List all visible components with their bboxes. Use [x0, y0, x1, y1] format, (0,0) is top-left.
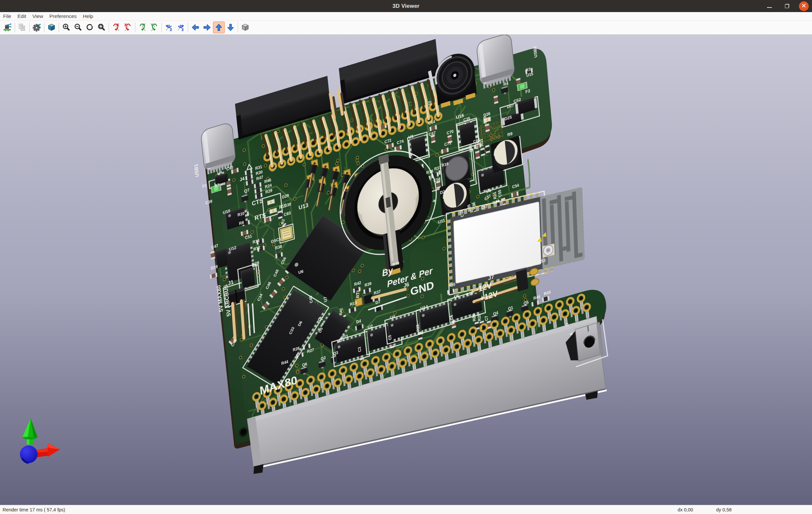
smd-capacitor — [227, 187, 232, 196]
rotate-z-counterclockwise-button[interactable]: Z — [175, 22, 186, 33]
rotate-y-ccw-icon: Y — [150, 23, 158, 32]
rotate-x-cw-icon: X — [112, 23, 120, 32]
gray-cube-icon — [241, 23, 250, 32]
rotate-x-clockwise-button[interactable]: X — [110, 22, 122, 33]
smd-resistor — [278, 211, 282, 219]
zoom-fit-icon — [97, 23, 106, 32]
status-dx: dx 0,00 — [678, 507, 693, 512]
arrow-down-icon — [226, 23, 235, 32]
silk-label: R28 — [471, 313, 477, 322]
zoom-fit-button[interactable] — [95, 22, 107, 33]
silk-label: R35 — [467, 204, 472, 212]
board-3d-render: MAX80ByPeter & PerJ6GNDJ7-12V+12V5V MAX8… — [0, 35, 812, 505]
menu-edit[interactable]: Edit — [14, 12, 29, 20]
silk-label: BT1 — [355, 290, 360, 299]
toolbar-separator — [188, 23, 188, 32]
redraw-icon — [85, 23, 94, 32]
smd-capacitor — [475, 151, 480, 159]
render-time-text: Render time 17 ms ( 57,4 fps) — [3, 507, 65, 512]
zoom-in-icon — [62, 23, 70, 32]
titlebar[interactable]: 3D Viewer ✕ — [0, 0, 812, 12]
smd-capacitor — [493, 95, 498, 104]
axis-z-sphere — [20, 445, 37, 463]
rotate-z-ccw-icon: Z — [176, 23, 185, 32]
statusbar: Render time 17 ms ( 57,4 fps) dx 0,00 dy… — [0, 505, 812, 514]
gear-arrow-icon — [33, 23, 41, 32]
minimize-icon — [767, 7, 772, 8]
toolbar-separator — [238, 23, 238, 32]
toolbar-separator — [59, 23, 59, 32]
copy-image-button[interactable] — [16, 22, 28, 33]
move-right-button[interactable] — [201, 22, 213, 33]
rotate-x-counterclockwise-button[interactable]: X — [122, 22, 134, 33]
menu-file[interactable]: File — [0, 12, 14, 20]
move-left-button[interactable] — [190, 22, 201, 33]
smd-resistor — [480, 147, 485, 156]
close-icon: ✕ — [801, 3, 807, 9]
silk-label: R36 — [471, 201, 477, 210]
silk-label: C55 — [497, 189, 502, 197]
rotate-z-cw-icon: Z — [165, 23, 173, 32]
silk-label: C45 — [309, 295, 314, 303]
viewport-3d[interactable]: MAX80ByPeter & PerJ6GNDJ7-12V+12V5V MAX8… — [0, 35, 812, 505]
rotate-y-cw-icon: Y — [138, 23, 147, 32]
blue-cube-icon — [47, 23, 56, 32]
restore-icon — [785, 4, 789, 8]
svg-text:Z: Z — [170, 28, 172, 32]
reload-board-icon — [3, 23, 12, 32]
move-up-button[interactable] — [213, 22, 225, 33]
menu-preferences[interactable]: Preferences — [46, 12, 80, 20]
window-title: 3D Viewer — [393, 3, 420, 9]
rotate-y-counterclockwise-button[interactable]: Y — [148, 22, 160, 33]
svg-text:Z: Z — [182, 28, 184, 32]
toolbar-separator — [29, 23, 30, 32]
flip-board-button[interactable] — [239, 22, 251, 33]
smd-resistor — [485, 145, 490, 154]
copy-icon — [18, 23, 26, 32]
menubar: FileEditViewPreferencesHelp — [0, 12, 812, 21]
toolbar: X X Y Y Z Z — [0, 21, 812, 35]
silk-label: R22 — [415, 324, 421, 332]
restore-button[interactable] — [781, 1, 792, 12]
render-options-button[interactable] — [31, 22, 43, 33]
silk-label: C73 — [483, 116, 488, 124]
toolbar-separator — [135, 23, 135, 32]
silk-label: R25 — [477, 313, 482, 321]
smd-capacitor — [485, 124, 490, 132]
smd-capacitor — [210, 251, 215, 260]
move-down-button[interactable] — [225, 22, 236, 33]
zoom-out-button[interactable] — [72, 22, 84, 33]
toolbar-separator — [109, 23, 109, 32]
silk-label: R41 — [339, 307, 343, 316]
silk-label: C36 — [468, 144, 473, 153]
silk-label: R21 — [492, 191, 498, 200]
3d-viewer-window: 3D Viewer ✕ FileEditViewPreferencesHelp … — [0, 0, 812, 514]
rotate-z-clockwise-button[interactable]: Z — [163, 22, 175, 33]
zoom-out-icon — [74, 23, 82, 32]
arrow-left-icon — [191, 23, 200, 32]
reload-board-button[interactable] — [2, 22, 13, 33]
silk-label: + — [432, 197, 436, 205]
rotate-x-ccw-icon: X — [124, 23, 132, 32]
zoom-in-button[interactable] — [60, 22, 72, 33]
menu-view[interactable]: View — [29, 12, 46, 20]
close-button[interactable]: ✕ — [799, 1, 809, 11]
arrow-up-icon — [214, 23, 223, 32]
redraw-button[interactable] — [84, 22, 95, 33]
arrow-right-icon — [203, 23, 211, 32]
orthographic-projection-button[interactable] — [46, 22, 57, 33]
toolbar-separator — [162, 23, 162, 32]
minimize-button[interactable] — [764, 1, 775, 12]
status-dy: dy 0,58 — [716, 507, 732, 512]
menu-help[interactable]: Help — [80, 12, 96, 20]
toolbar-separator — [44, 23, 45, 32]
silk-label: C38 — [460, 209, 465, 218]
rotate-y-clockwise-button[interactable]: Y — [137, 22, 148, 33]
